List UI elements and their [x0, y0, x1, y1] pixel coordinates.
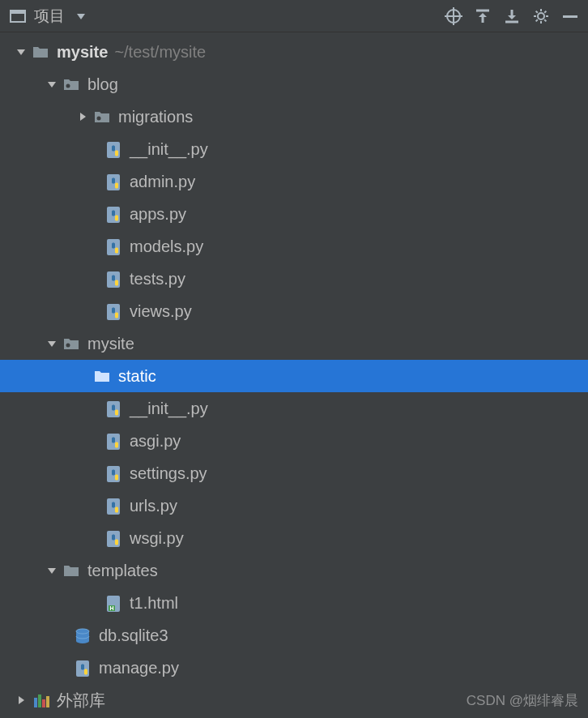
package-folder-icon	[62, 75, 81, 94]
python-file-icon	[73, 658, 92, 677]
tree-file-admin[interactable]: admin.py	[0, 165, 588, 198]
python-file-icon	[104, 431, 123, 451]
file-label: urls.py	[130, 497, 177, 515]
project-name: mysite	[57, 43, 108, 62]
package-folder-icon	[92, 107, 112, 126]
file-label: __init__.py	[130, 140, 208, 159]
hide-icon[interactable]	[560, 6, 580, 26]
external-libs-label: 外部库	[57, 690, 105, 712]
python-file-icon	[104, 139, 123, 159]
settings-icon[interactable]	[531, 6, 551, 26]
file-label: __init__.py	[130, 400, 208, 418]
python-file-icon	[104, 301, 123, 321]
tree-root-mysite[interactable]: mysite ~/test/mysite	[0, 36, 588, 68]
html-file-icon	[104, 593, 123, 613]
folder-label: blog	[87, 75, 118, 94]
tree-folder-static[interactable]: static	[0, 360, 588, 392]
file-label: t1.html	[130, 594, 178, 613]
tree-file-views[interactable]: views.py	[0, 295, 588, 327]
chevron-down-icon[interactable]	[42, 79, 62, 90]
folder-label: migrations	[118, 108, 193, 126]
file-label: apps.py	[130, 205, 186, 224]
tree-folder-blog[interactable]: blog	[0, 68, 588, 100]
file-label: models.py	[130, 237, 203, 256]
chevron-right-icon[interactable]	[73, 111, 92, 122]
folder-label: templates	[87, 562, 158, 580]
tree-file-db[interactable]: db.sqlite3	[0, 619, 588, 652]
python-file-icon	[104, 269, 123, 288]
watermark: CSDN @烟绯睿晨	[467, 691, 578, 710]
chevron-down-icon[interactable]	[42, 338, 62, 349]
package-folder-icon	[62, 334, 81, 353]
folder-icon	[31, 42, 50, 62]
view-mode-dropdown-icon[interactable]	[71, 6, 91, 26]
file-label: views.py	[130, 302, 192, 321]
file-label: admin.py	[130, 173, 195, 191]
tree-file-init-blog[interactable]: __init__.py	[0, 133, 588, 165]
project-tree: mysite ~/test/mysite blog migrations __i…	[0, 32, 588, 716]
tree-file-settings[interactable]: settings.py	[0, 457, 588, 489]
tree-file-wsgi[interactable]: wsgi.py	[0, 522, 588, 554]
file-label: wsgi.py	[130, 529, 184, 548]
libraries-icon	[31, 690, 50, 710]
tree-file-models[interactable]: models.py	[0, 230, 588, 263]
svg-rect-29	[563, 15, 577, 18]
tree-folder-migrations[interactable]: migrations	[0, 100, 588, 133]
locate-icon[interactable]	[444, 6, 463, 26]
project-path: ~/test/mysite	[114, 43, 206, 62]
chevron-down-icon[interactable]	[42, 565, 62, 576]
file-label: settings.py	[130, 464, 207, 483]
file-label: db.sqlite3	[99, 626, 168, 645]
chevron-down-icon[interactable]	[11, 46, 31, 58]
tree-file-manage[interactable]: manage.py	[0, 652, 588, 684]
folder-label: static	[118, 367, 156, 386]
tree-file-asgi[interactable]: asgi.py	[0, 425, 588, 457]
tree-file-tests[interactable]: tests.py	[0, 263, 588, 295]
expand-all-icon[interactable]	[473, 6, 492, 26]
database-icon	[73, 626, 92, 645]
file-label: manage.py	[99, 659, 179, 677]
collapse-all-icon[interactable]	[502, 6, 522, 26]
tree-file-init-mysite[interactable]: __init__.py	[0, 392, 588, 425]
tree-folder-templates[interactable]: templates	[0, 554, 588, 587]
python-file-icon	[104, 464, 123, 483]
tree-file-t1-html[interactable]: t1.html	[0, 587, 588, 619]
folder-icon	[92, 366, 112, 386]
folder-icon	[62, 561, 81, 580]
file-label: tests.py	[130, 270, 185, 288]
python-file-icon	[104, 399, 123, 418]
toolbar-title: 项目	[34, 6, 65, 27]
folder-label: mysite	[87, 335, 134, 353]
python-file-icon	[104, 496, 123, 515]
project-window-icon	[8, 6, 28, 26]
tree-file-urls[interactable]: urls.py	[0, 489, 588, 522]
file-label: asgi.py	[130, 432, 181, 451]
tree-folder-mysite-inner[interactable]: mysite	[0, 327, 588, 360]
project-toolbar: 项目	[0, 0, 588, 32]
python-file-icon	[104, 204, 123, 224]
chevron-right-icon[interactable]	[11, 694, 31, 706]
python-file-icon	[104, 172, 123, 191]
python-file-icon	[104, 237, 123, 256]
tree-file-apps[interactable]: apps.py	[0, 198, 588, 230]
python-file-icon	[104, 528, 123, 548]
